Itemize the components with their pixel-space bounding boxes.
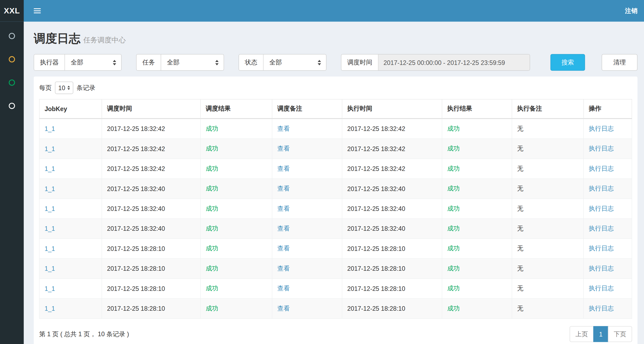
trigger-msg-link[interactable]: 查看 bbox=[277, 165, 290, 172]
jobkey-cell: 1_1 bbox=[39, 219, 102, 239]
jobkey-link[interactable]: 1_1 bbox=[45, 205, 55, 212]
column-header-trigger-msg: 调度备注 bbox=[272, 99, 342, 119]
jobkey-link[interactable]: 1_1 bbox=[45, 265, 55, 272]
jobkey-cell: 1_1 bbox=[39, 119, 102, 139]
page-subtitle: 任务调度中心 bbox=[83, 36, 126, 44]
job-select[interactable]: 全部 bbox=[161, 54, 224, 70]
trigger-result-cell: 成功 bbox=[201, 298, 272, 318]
action-cell: 执行日志 bbox=[584, 179, 632, 199]
trigger-result-cell: 成功 bbox=[201, 219, 272, 239]
action-cell: 执行日志 bbox=[584, 159, 632, 178]
table-row: 1_1 2017-12-25 18:28:10 成功 查看 2017-12-25… bbox=[39, 298, 632, 318]
trigger-msg-link[interactable]: 查看 bbox=[277, 245, 290, 252]
jobkey-link[interactable]: 1_1 bbox=[45, 185, 55, 192]
job-select-value: 全部 bbox=[167, 58, 180, 66]
log-table-box: 每页 10 条记录 JobKey 调度时间 调度结果 调度备 bbox=[34, 76, 638, 344]
trigger-msg-link[interactable]: 查看 bbox=[277, 284, 290, 291]
jobkey-cell: 1_1 bbox=[39, 199, 102, 218]
jobkey-cell: 1_1 bbox=[39, 139, 102, 159]
jobkey-link[interactable]: 1_1 bbox=[45, 305, 55, 312]
handle-msg-cell: 无 bbox=[512, 279, 584, 298]
page-size-select[interactable]: 10 bbox=[55, 82, 73, 94]
handle-result-text: 成功 bbox=[447, 305, 460, 312]
sidebar-toggle-button[interactable] bbox=[24, 0, 48, 22]
page-size-prefix-label: 每页 bbox=[39, 84, 52, 92]
trigger-msg-link[interactable]: 查看 bbox=[277, 305, 290, 312]
trigger-result-text: 成功 bbox=[206, 185, 218, 192]
table-row: 1_1 2017-12-25 18:28:10 成功 查看 2017-12-25… bbox=[39, 279, 632, 298]
action-cell: 执行日志 bbox=[584, 298, 632, 318]
jobkey-link[interactable]: 1_1 bbox=[45, 165, 55, 172]
sidebar-menu-item[interactable] bbox=[0, 47, 24, 71]
trigger-time-cell: 2017-12-25 18:32:40 bbox=[102, 179, 200, 199]
page-size-value: 10 bbox=[58, 84, 65, 91]
exec-log-link[interactable]: 执行日志 bbox=[589, 165, 614, 172]
exec-log-link[interactable]: 执行日志 bbox=[589, 205, 614, 212]
action-cell: 执行日志 bbox=[584, 119, 632, 139]
sidebar-menu-item[interactable] bbox=[0, 24, 24, 47]
jobkey-cell: 1_1 bbox=[39, 259, 102, 279]
jobkey-link[interactable]: 1_1 bbox=[45, 225, 55, 232]
exec-log-link[interactable]: 执行日志 bbox=[589, 225, 614, 232]
trigger-result-text: 成功 bbox=[206, 165, 218, 172]
trigger-msg-link[interactable]: 查看 bbox=[277, 125, 290, 132]
trigger-msg-link[interactable]: 查看 bbox=[277, 145, 290, 152]
trigger-time-range-input[interactable]: 2017-12-25 00:00:00 - 2017-12-25 23:59:5… bbox=[378, 54, 530, 70]
filter-toolbar: 执行器 全部 任务 全部 状态 全部 bbox=[34, 54, 638, 71]
next-page-button[interactable]: 下页 bbox=[608, 326, 632, 342]
sidebar bbox=[0, 22, 24, 344]
app-logo[interactable]: XXL bbox=[0, 0, 24, 22]
table-row: 1_1 2017-12-25 18:32:42 成功 查看 2017-12-25… bbox=[39, 119, 632, 139]
handle-result-cell: 成功 bbox=[442, 298, 512, 318]
logout-link[interactable]: 注销 bbox=[618, 0, 644, 22]
table-row: 1_1 2017-12-25 18:28:10 成功 查看 2017-12-25… bbox=[39, 259, 632, 279]
trigger-msg-cell: 查看 bbox=[272, 219, 342, 239]
trigger-result-text: 成功 bbox=[206, 265, 218, 272]
page-size-suffix-label: 条记录 bbox=[77, 84, 95, 92]
trigger-msg-link[interactable]: 查看 bbox=[277, 265, 290, 272]
trigger-time-cell: 2017-12-25 18:32:40 bbox=[102, 199, 200, 218]
select-stepper-icon bbox=[113, 60, 116, 65]
trigger-result-cell: 成功 bbox=[201, 239, 272, 258]
jobkey-link[interactable]: 1_1 bbox=[45, 285, 55, 292]
sidebar-menu-item[interactable] bbox=[0, 94, 24, 117]
trigger-result-cell: 成功 bbox=[201, 179, 272, 199]
jobkey-link[interactable]: 1_1 bbox=[45, 125, 55, 132]
prev-page-button[interactable]: 上页 bbox=[570, 326, 594, 342]
trigger-msg-cell: 查看 bbox=[272, 298, 342, 318]
status-select[interactable]: 全部 bbox=[263, 54, 326, 70]
search-button[interactable]: 搜索 bbox=[551, 54, 585, 71]
trigger-msg-link[interactable]: 查看 bbox=[277, 225, 290, 232]
trigger-msg-cell: 查看 bbox=[272, 159, 342, 178]
exec-log-link[interactable]: 执行日志 bbox=[589, 265, 614, 272]
exec-log-link[interactable]: 执行日志 bbox=[589, 284, 614, 291]
sidebar-menu-item[interactable] bbox=[0, 71, 24, 94]
exec-log-link[interactable]: 执行日志 bbox=[589, 145, 614, 152]
exec-log-link[interactable]: 执行日志 bbox=[589, 305, 614, 312]
clear-button[interactable]: 清理 bbox=[602, 54, 637, 71]
trigger-msg-link[interactable]: 查看 bbox=[277, 205, 290, 212]
handle-msg-cell: 无 bbox=[512, 159, 584, 178]
status-filter: 状态 全部 bbox=[238, 54, 326, 71]
trigger-msg-cell: 查看 bbox=[272, 179, 342, 199]
trigger-result-cell: 成功 bbox=[201, 139, 272, 159]
exec-log-link[interactable]: 执行日志 bbox=[589, 185, 614, 192]
exec-log-link[interactable]: 执行日志 bbox=[589, 125, 614, 132]
circle-outline-icon bbox=[9, 79, 15, 85]
handle-result-cell: 成功 bbox=[442, 239, 512, 258]
select-stepper-icon bbox=[67, 86, 70, 90]
current-page-button[interactable]: 1 bbox=[593, 326, 608, 342]
hamburger-icon bbox=[34, 7, 41, 14]
column-header-trigger-time: 调度时间 bbox=[102, 99, 200, 119]
jobkey-link[interactable]: 1_1 bbox=[45, 245, 55, 252]
handle-time-cell: 2017-12-25 18:32:40 bbox=[342, 179, 442, 199]
jobkey-link[interactable]: 1_1 bbox=[45, 145, 55, 152]
exec-log-link[interactable]: 执行日志 bbox=[589, 245, 614, 252]
handle-result-text: 成功 bbox=[447, 284, 460, 291]
jobkey-cell: 1_1 bbox=[39, 298, 102, 318]
executor-select[interactable]: 全部 bbox=[65, 54, 121, 70]
handle-time-cell: 2017-12-25 18:32:42 bbox=[342, 159, 442, 178]
trigger-msg-link[interactable]: 查看 bbox=[277, 185, 290, 192]
trigger-result-text: 成功 bbox=[206, 245, 218, 252]
trigger-result-text: 成功 bbox=[206, 305, 218, 312]
